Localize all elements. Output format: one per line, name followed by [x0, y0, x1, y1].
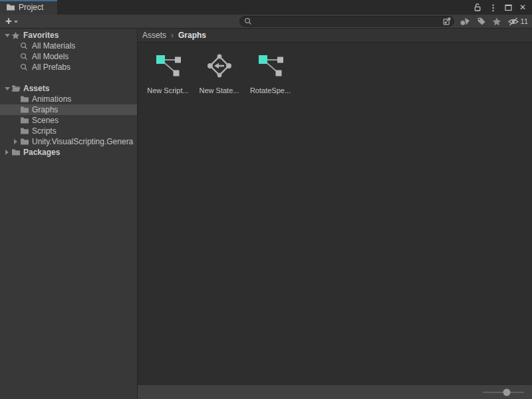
tree-section-gap — [0, 72, 137, 83]
asset-label: New State... — [200, 86, 239, 94]
project-window: Project ⋮ ✕ + — [0, 0, 532, 399]
breadcrumb-segment-graphs[interactable]: Graphs — [178, 31, 206, 40]
chevron-right-icon[interactable] — [3, 150, 11, 155]
sidebar-item-favorites[interactable]: Favorites — [0, 30, 137, 41]
chevron-down-icon[interactable] — [3, 31, 11, 40]
folder-icon — [20, 127, 31, 135]
search-icon — [20, 63, 31, 71]
sidebar-item-assets[interactable]: Assets — [0, 83, 137, 94]
search-icon — [244, 17, 252, 25]
chevron-down-icon[interactable] — [3, 84, 11, 93]
project-tree-sidebar: Favorites All Materials All Models — [0, 29, 138, 399]
sidebar-item-all-prefabs[interactable]: All Prefabs — [0, 62, 137, 72]
asset-label: New Script... — [147, 86, 188, 94]
script-graph-icon — [154, 52, 183, 81]
search-by-label-icon[interactable] — [477, 17, 486, 26]
thumbnail-size-slider[interactable] — [483, 392, 524, 393]
hidden-count: 11 — [521, 17, 528, 25]
search-by-type-icon[interactable] — [460, 17, 471, 26]
maximize-icon[interactable] — [505, 4, 512, 11]
search-icon — [20, 42, 31, 50]
asset-label: RotateSpe... — [250, 86, 291, 94]
sidebar-item-scripts[interactable]: Scripts — [0, 126, 137, 136]
search-bar[interactable] — [239, 16, 454, 27]
eye-slash-icon — [507, 17, 519, 26]
folder-open-icon — [11, 84, 22, 92]
folder-icon — [20, 116, 31, 124]
star-icon — [11, 31, 22, 40]
status-bar — [138, 384, 532, 399]
breadcrumb-segment-assets[interactable]: Assets — [142, 31, 166, 40]
hidden-items-toggle[interactable]: 11 — [507, 17, 528, 26]
sidebar-item-animations[interactable]: Animations — [0, 94, 137, 104]
asset-item-new-script[interactable]: New Script... — [142, 52, 194, 94]
breadcrumb-separator: › — [171, 31, 174, 40]
unlock-icon[interactable] — [473, 3, 481, 12]
tab-bar: Project ⋮ ✕ — [0, 0, 532, 15]
sidebar-item-all-models[interactable]: All Models — [0, 51, 137, 62]
asset-browser-panel: Assets › Graphs New Script — [138, 29, 532, 399]
sidebar-item-unity-visualscripting-generated[interactable]: Unity.VisualScripting.Genera — [0, 136, 137, 147]
breadcrumb: Assets › Graphs — [138, 29, 532, 43]
folder-icon — [11, 148, 22, 156]
tab-project[interactable]: Project — [0, 0, 57, 15]
asset-grid: New Script... New — [138, 43, 532, 384]
sidebar-item-graphs[interactable]: Graphs — [0, 104, 137, 115]
chevron-right-icon[interactable] — [11, 139, 20, 144]
close-icon[interactable]: ✕ — [519, 3, 526, 11]
toolbar: + — [0, 15, 532, 29]
favorites-star-icon[interactable] — [492, 17, 501, 26]
script-graph-icon — [256, 52, 285, 81]
folder-icon — [20, 138, 31, 146]
folder-icon — [20, 95, 31, 103]
sidebar-item-packages[interactable]: Packages — [0, 147, 137, 158]
chevron-down-icon — [14, 21, 18, 25]
slider-thumb[interactable] — [503, 388, 510, 396]
add-button[interactable]: + — [4, 17, 19, 26]
active-tab-indicator — [0, 0, 57, 1]
state-graph-icon — [205, 52, 234, 81]
sidebar-item-scenes[interactable]: Scenes — [0, 115, 137, 126]
toolbar-filter-icons: 11 — [460, 17, 528, 26]
asset-item-new-state[interactable]: New State... — [194, 52, 245, 94]
tab-title: Project — [19, 3, 43, 12]
add-icon: + — [5, 17, 12, 26]
open-search-window-icon[interactable] — [442, 17, 452, 26]
folder-icon — [20, 106, 31, 114]
search-input[interactable] — [252, 17, 442, 26]
asset-item-rotatespeed[interactable]: RotateSpe... — [245, 52, 296, 94]
folder-icon — [6, 3, 15, 11]
titlebar-icons: ⋮ ✕ — [473, 0, 532, 15]
search-icon — [20, 53, 31, 61]
menu-icon[interactable]: ⋮ — [489, 3, 497, 12]
sidebar-item-all-materials[interactable]: All Materials — [0, 41, 137, 51]
